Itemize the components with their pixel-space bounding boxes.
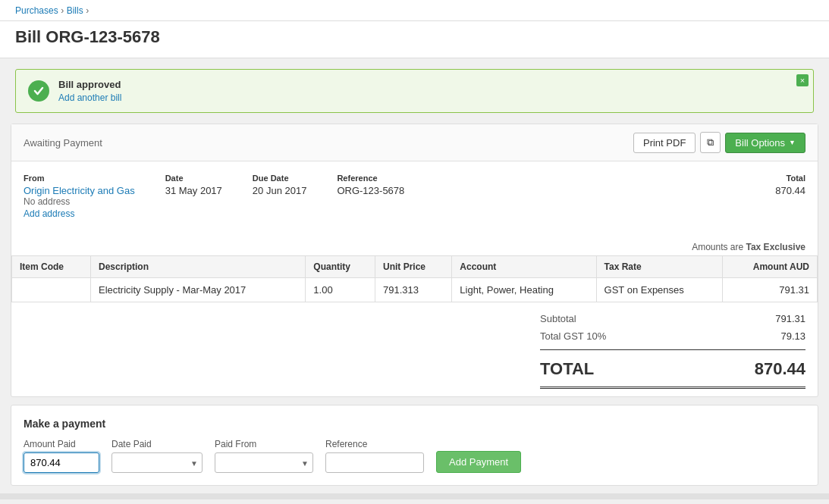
add-payment-button[interactable]: Add Payment xyxy=(436,451,521,473)
amount-paid-input[interactable] xyxy=(24,452,99,473)
payment-section-title: Make a payment xyxy=(24,418,805,430)
col-header-unit-price: Unit Price xyxy=(375,256,451,278)
breadcrumb: Purchases › Bills › xyxy=(0,0,829,21)
date-label: Date xyxy=(165,174,222,183)
col-header-amount: Amount AUD xyxy=(722,256,817,278)
toolbar: Awaiting Payment Print PDF ⧉ Bill Option… xyxy=(11,124,818,161)
total-col: Total 870.44 xyxy=(775,174,805,196)
date-value: 31 May 2017 xyxy=(165,185,222,196)
line-items-table: Item Code Description Quantity Unit Pric… xyxy=(11,255,818,302)
cell-tax-rate: GST on Expenses xyxy=(596,278,722,302)
print-pdf-button[interactable]: Print PDF xyxy=(633,133,696,153)
totals-section: Subtotal 791.31 Total GST 10% 79.13 TOTA… xyxy=(11,302,818,396)
due-date-col: Due Date 20 Jun 2017 xyxy=(253,174,307,219)
tax-note: Amounts are Tax Exclusive xyxy=(11,237,818,255)
cell-item-code xyxy=(12,278,91,302)
notification-area: Bill approved Add another bill × xyxy=(0,58,829,124)
notification-box: Bill approved Add another bill × xyxy=(15,69,814,113)
total-value: 870.44 xyxy=(775,185,805,196)
total-label: Total xyxy=(775,174,805,183)
double-underline xyxy=(540,387,805,389)
grand-total-value: 870.44 xyxy=(755,359,805,379)
due-date-value: 20 Jun 2017 xyxy=(253,185,307,196)
paid-from-select[interactable] xyxy=(215,452,313,473)
from-link[interactable]: Origin Electricity and Gas xyxy=(24,185,135,196)
add-address-link[interactable]: Add address xyxy=(24,208,135,219)
reference-value: ORG-123-5678 xyxy=(337,185,404,196)
subtotal-row: Subtotal 791.31 xyxy=(540,310,805,327)
payment-section: Make a payment Amount Paid Date Paid ▼ P… xyxy=(11,405,818,486)
from-col: From Origin Electricity and Gas No addre… xyxy=(24,174,135,219)
date-col: Date 31 May 2017 xyxy=(165,174,222,219)
col-header-tax-rate: Tax Rate xyxy=(596,256,722,278)
bottom-bar xyxy=(0,493,829,499)
date-paid-field: Date Paid ▼ xyxy=(111,439,203,473)
totals-divider xyxy=(540,349,805,350)
grand-total-label: TOTAL xyxy=(540,359,594,379)
page-header: Bill ORG-123-5678 xyxy=(0,21,829,58)
notification-close-button[interactable]: × xyxy=(796,74,809,86)
payment-reference-label: Reference xyxy=(325,439,424,449)
copy-icon: ⧉ xyxy=(707,136,714,148)
col-header-item-code: Item Code xyxy=(12,256,91,278)
notification-title: Bill approved xyxy=(58,79,121,90)
totals-table: Subtotal 791.31 Total GST 10% 79.13 TOTA… xyxy=(540,310,805,389)
from-address: No address xyxy=(24,196,135,207)
reference-col: Reference ORG-123-5678 xyxy=(337,174,404,219)
cell-amount: 791.31 xyxy=(722,278,817,302)
bill-options-label: Bill Options xyxy=(735,137,785,149)
paid-from-label: Paid From xyxy=(215,439,313,449)
subtotal-value: 791.31 xyxy=(775,313,805,324)
add-another-bill-link[interactable]: Add another bill xyxy=(58,92,121,103)
cell-quantity: 1.00 xyxy=(306,278,375,302)
gst-value: 79.13 xyxy=(780,330,805,342)
gst-label: Total GST 10% xyxy=(540,330,606,342)
date-paid-label: Date Paid xyxy=(111,439,203,449)
date-paid-select[interactable] xyxy=(111,452,203,473)
reference-field: Reference xyxy=(325,439,424,473)
main-content: Awaiting Payment Print PDF ⧉ Bill Option… xyxy=(11,124,818,397)
from-label: From xyxy=(24,174,135,183)
dropdown-arrow-icon: ▼ xyxy=(789,139,796,146)
toolbar-buttons: Print PDF ⧉ Bill Options ▼ xyxy=(633,132,805,153)
due-date-label: Due Date xyxy=(253,174,307,183)
subtotal-label: Subtotal xyxy=(540,313,576,324)
payment-fields: Amount Paid Date Paid ▼ Paid From xyxy=(24,439,805,473)
cell-unit-price: 791.313 xyxy=(375,278,451,302)
paid-from-field: Paid From ▼ xyxy=(215,439,313,473)
grand-total-row: TOTAL 870.44 xyxy=(540,355,805,383)
cell-description: Electricity Supply - Mar-May 2017 xyxy=(90,278,305,302)
gst-row: Total GST 10% 79.13 xyxy=(540,327,805,345)
bill-meta-row: From Origin Electricity and Gas No addre… xyxy=(24,174,805,219)
bill-options-button[interactable]: Bill Options ▼ xyxy=(725,133,805,153)
amount-paid-field: Amount Paid xyxy=(24,439,99,473)
copy-button[interactable]: ⧉ xyxy=(700,132,721,153)
bill-info: From Origin Electricity and Gas No addre… xyxy=(11,161,818,237)
breadcrumb-purchases[interactable]: Purchases xyxy=(15,5,58,16)
status-badge: Awaiting Payment xyxy=(24,137,102,149)
col-header-account: Account xyxy=(452,256,596,278)
breadcrumb-bills[interactable]: Bills xyxy=(67,5,83,16)
table-row: Electricity Supply - Mar-May 2017 1.00 7… xyxy=(12,278,818,302)
cell-account: Light, Power, Heating xyxy=(452,278,596,302)
col-header-quantity: Quantity xyxy=(306,256,375,278)
amount-paid-label: Amount Paid xyxy=(24,439,99,449)
reference-label: Reference xyxy=(337,174,404,183)
payment-reference-input[interactable] xyxy=(325,452,424,473)
add-payment-wrapper: Add Payment xyxy=(436,451,521,473)
page-title: Bill ORG-123-5678 xyxy=(15,27,814,47)
approved-icon xyxy=(28,80,49,102)
col-header-description: Description xyxy=(90,256,305,278)
